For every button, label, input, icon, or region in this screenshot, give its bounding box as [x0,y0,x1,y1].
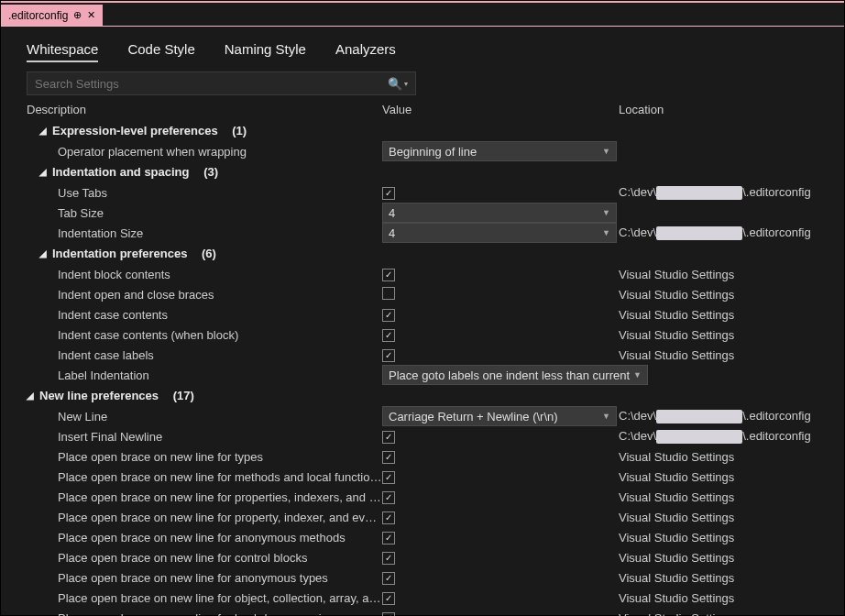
setting-checkbox[interactable]: ✓ [382,612,395,616]
setting-dropdown[interactable]: 4▼ [382,223,617,243]
setting-row: Place open brace on new line for anonymo… [27,567,818,588]
setting-row: New LineCarriage Return + Newline (\r\n)… [27,406,818,426]
setting-label: Place open brace on new line for control… [58,551,382,565]
setting-checkbox[interactable]: ✓ [382,431,395,444]
setting-label: Place open brace on new line for anonymo… [58,571,382,585]
search-box[interactable]: 🔍 ▾ [27,72,416,95]
close-icon[interactable]: ✕ [87,9,95,21]
dropdown-value: 4 [389,206,395,220]
setting-label: New Line [58,410,382,424]
setting-location: Visual Studio Settings [619,571,818,585]
setting-row: Indentation Size4▼C:\dev\\.editorconfig [27,223,818,243]
collapse-icon: ◢ [27,390,34,401]
tab-code-style[interactable]: Code Style [127,41,194,62]
setting-row: Place open brace on new line for control… [27,547,818,567]
group-count: (17) [173,389,194,402]
setting-row: Indent case labels✓Visual Studio Setting… [27,345,818,365]
group-count: (6) [202,247,216,260]
setting-label: Use Tabs [58,186,382,200]
settings-list: ◢Expression-level preferences (1)Operato… [1,118,844,616]
group-header[interactable]: ◢Indentation preferences (6) [27,243,818,264]
setting-checkbox[interactable]: ✓ [382,269,395,281]
tab-naming-style[interactable]: Naming Style [225,41,306,62]
setting-row: Indent block contents✓Visual Studio Sett… [27,264,818,284]
col-value: Value [382,103,619,116]
setting-checkbox[interactable]: ✓ [382,552,395,565]
setting-location: Visual Studio Settings [619,328,818,342]
setting-location: Visual Studio Settings [619,288,818,302]
setting-dropdown[interactable]: Beginning of line▼ [382,141,617,161]
setting-label: Label Indentation [58,368,382,382]
setting-row: Place open brace on new line for anonymo… [27,527,818,547]
setting-dropdown[interactable]: Carriage Return + Newline (\r\n)▼ [382,406,617,426]
setting-location: Visual Studio Settings [619,268,818,281]
setting-location: C:\dev\\.editorconfig [619,185,818,200]
setting-checkbox[interactable]: ✓ [382,532,395,544]
setting-location: Visual Studio Settings [619,348,818,362]
group-header[interactable]: ◢New line preferences (17) [27,385,818,406]
setting-checkbox[interactable] [382,287,395,300]
setting-label: Insert Final Newline [58,430,382,444]
chevron-down-icon: ▼ [633,370,642,380]
setting-checkbox[interactable]: ✓ [382,349,395,362]
setting-label: Indent case labels [58,348,382,362]
setting-row: Tab Size4▼ [27,203,818,223]
setting-dropdown[interactable]: 4▼ [382,203,617,223]
setting-label: Place open brace on new line for propert… [58,511,382,524]
setting-location: Visual Studio Settings [619,490,818,504]
setting-checkbox[interactable]: ✓ [382,592,395,605]
group-title: Expression-level preferences [52,124,218,138]
setting-location: C:\dev\\.editorconfig [619,226,818,240]
setting-checkbox[interactable]: ✓ [382,491,395,504]
setting-row: Operator placement when wrappingBeginnin… [27,141,818,161]
col-description: Description [27,103,382,116]
setting-location: C:\dev\\.editorconfig [619,429,818,444]
setting-checkbox[interactable]: ✓ [382,471,395,484]
setting-row: Place open brace on new line for lambda … [27,608,818,616]
setting-label: Place open brace on new line for propert… [58,490,382,504]
setting-location: Visual Studio Settings [619,450,818,464]
collapse-icon: ◢ [39,126,47,136]
setting-label: Place open brace on new line for object,… [58,591,382,605]
search-icon[interactable]: 🔍 ▾ [388,77,408,91]
column-headers: Description Value Location [1,99,844,118]
setting-location: C:\dev\\.editorconfig [619,409,818,424]
collapse-icon: ◢ [39,248,47,258]
search-input[interactable] [35,77,365,91]
setting-row: Indent open and close bracesVisual Studi… [27,284,818,304]
setting-row: Indent case contents (when block)✓Visual… [27,324,818,345]
setting-row: Place open brace on new line for object,… [27,588,818,608]
setting-location: Visual Studio Settings [619,591,818,605]
group-header[interactable]: ◢Indentation and spacing (3) [27,161,818,182]
setting-label: Tab Size [58,206,382,220]
setting-label: Indent open and close braces [58,288,382,302]
group-count: (3) [203,165,218,179]
pin-icon[interactable]: ⊕ [73,9,82,21]
setting-checkbox[interactable]: ✓ [382,187,395,200]
setting-checkbox[interactable]: ✓ [382,512,395,524]
group-count: (1) [232,124,247,138]
collapse-icon: ◢ [39,167,47,177]
document-tab[interactable]: .editorconfig ⊕ ✕ [1,5,103,26]
tab-analyzers[interactable]: Analyzers [335,41,396,62]
chevron-down-icon: ▼ [602,228,610,237]
tab-whitespace[interactable]: Whitespace [27,41,98,62]
setting-checkbox[interactable]: ✓ [382,329,395,342]
group-title: Indentation preferences [52,247,187,260]
setting-row: Label IndentationPlace goto labels one i… [27,365,818,385]
group-title: Indentation and spacing [52,165,190,179]
group-header[interactable]: ◢Expression-level preferences (1) [27,120,818,141]
setting-location: Visual Studio Settings [619,531,818,544]
setting-dropdown[interactable]: Place goto labels one indent less than c… [382,365,648,385]
setting-label: Indent case contents (when block) [58,328,382,342]
setting-checkbox[interactable]: ✓ [382,451,395,464]
setting-location: Visual Studio Settings [619,551,818,565]
setting-label: Indent case contents [58,308,382,322]
setting-checkbox[interactable]: ✓ [382,572,395,585]
setting-checkbox[interactable]: ✓ [382,309,395,322]
setting-location: Visual Studio Settings [619,470,818,484]
tab-bar: .editorconfig ⊕ ✕ [1,5,844,27]
setting-label: Place open brace on new line for anonymo… [58,531,382,544]
setting-row: Place open brace on new line for propert… [27,487,818,507]
setting-label: Indent block contents [58,268,382,281]
